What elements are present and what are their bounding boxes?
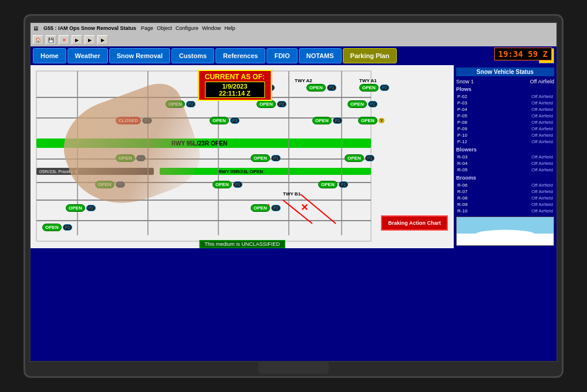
closed-badge: CLOSED [116,117,141,124]
p3-badge: P3 [230,117,240,124]
open-badge: OPEN [348,100,367,108]
open-badge: OPEN [95,181,114,188]
menu-help[interactable]: Help [224,25,235,31]
y-badge: Y [379,118,385,123]
menu-object[interactable]: Object [157,25,172,31]
nav-customs[interactable]: Customs [171,48,214,63]
status-node-y: OPEN Y [358,117,384,124]
nav-home[interactable]: Home [33,48,66,63]
toolbar-btn-home[interactable]: 🏠 [33,35,43,45]
blowers-header: Blowers [456,147,554,153]
toolbar-btn-save[interactable]: 💾 [46,35,56,45]
p2-badge: P2 [277,101,287,107]
blowers-section: Blowers R-03 Off Airfield R-04 Off Airfi… [456,147,554,173]
p2-badge: P2 [271,205,281,211]
open-badge: OPEN [345,154,364,162]
p1-badge: P1 [333,117,343,124]
p1-badge: P1 [233,181,243,188]
status-node-9: OPEN P1 [251,154,281,162]
svg-text:RWY 95L/23R OPEN: RWY 95L/23R OPEN [171,140,227,147]
snow1-row: Snow 1 Off Airfield [456,79,554,85]
menu-configure[interactable]: Configure [176,25,198,31]
broom-r10: R-10 Off Airfield [456,208,554,214]
toolbar-btn-1[interactable]: ▶ [72,35,82,45]
nav-weather[interactable]: Weather [68,48,108,63]
p3-badge: P3 [136,155,146,161]
status-node-12: OPEN P1 [212,181,242,188]
broom-r06: R-06 Off Airfield [456,182,554,188]
svg-text:05R/23L Priority 3: 05R/23L Priority 3 [39,169,77,174]
status-node-7: OPEN P1 [312,117,342,124]
status-node-6: OPEN P3 [210,117,239,124]
monitor: 🖥 G55 : IAM Ops Snow Removal Status Page… [23,14,564,378]
p2-badge: P2 [86,205,96,211]
status-node-14: OPEN P2 [66,204,96,212]
plow-p05: P-05 Off Airfield [456,113,554,119]
broom-r09: R-09 Off Airfield [456,201,554,208]
status-node-8: OPEN P3 [116,154,146,162]
snow1-label: Snow 1 [456,79,474,85]
svg-text:✕: ✕ [301,202,308,212]
nav-snow-removal[interactable]: Snow Removal [109,48,170,63]
open-badge: OPEN [306,84,326,92]
svg-rect-8 [160,168,371,175]
plow-p02: P-02 Off Airfield [456,93,554,100]
status-node-15: OPEN P2 [251,204,281,212]
current-as-of-banner: CURRENT AS OF: 1/9/2023 22:11:14 Z [198,70,272,101]
p2-badge: P2 [63,224,73,231]
current-time: 22:11:14 Z [219,90,251,97]
toolbar-btn-2[interactable]: ▶ [85,35,95,45]
blower-r04: R-04 Off Airfield [456,160,554,167]
nav-references[interactable]: References [215,48,265,63]
status-node-16: OPEN P2 [42,224,72,231]
plow-p08: P-08 Off Airfield [456,119,554,126]
toolbar-btn-close[interactable]: ✕ [59,35,69,45]
menu-window[interactable]: Window [202,25,221,31]
app-icon: 🖥 [33,25,39,32]
open-badge: OPEN [251,154,270,162]
brooms-section: Brooms R-06 Off Airfield R-07 Off Airfie… [456,175,554,214]
open-badge: OPEN [210,117,229,124]
map-area: RWY 95L/23R OPEN 05R/23L Priority 3 RWY … [31,65,454,248]
open-badge: OPEN [66,204,85,212]
plow-p03: P-03 Off Airfield [456,100,554,106]
status-node-10: OPEN P1 [345,154,375,162]
time-display: 19:34 59 Z [494,48,552,60]
open-badge: OPEN [257,100,276,108]
plow-p04: P-04 Off Airfield [456,106,554,113]
p1-badge: P1 [365,155,375,161]
right-panel: Snow Vehicle Status Snow 1 Off Airfield … [454,65,556,248]
plow-p09: P-09 Off Airfield [456,126,554,132]
status-node-closed: CLOSED P3 [116,117,152,124]
brooms-header: Brooms [456,175,554,181]
svg-rect-23 [457,234,554,245]
nav-fdio[interactable]: FDIO [266,48,297,63]
p2-badge: P2 [368,101,378,107]
plows-header: Plows [456,86,554,92]
snow1-status: Off Airfield [530,79,554,85]
p1-badge: P1 [271,155,281,161]
current-datetime: 1/9/2023 22:11:14 Z [205,82,265,98]
screen: 🖥 G55 : IAM Ops Snow Removal Status Page… [29,22,558,362]
menu-bar[interactable]: Page Object Configure Window Help [141,25,235,31]
p1-badge: P1 [339,181,349,188]
nav-bar: Home Weather Snow Removal Customs Refere… [31,46,556,65]
blower-r05: R-05 Off Airfield [456,167,554,173]
nav-parking-plan[interactable]: Parking Plan [343,48,397,63]
status-node-11: OPEN P2 [95,181,125,188]
open-badge: OPEN [358,117,377,124]
open-badge: OPEN [116,154,135,162]
status-node-5: OPEN P2 [257,100,286,108]
nav-notams[interactable]: NOTAMS [299,48,342,63]
status-node-5b: OPEN P2 [348,100,377,108]
p1-badge: P1 [327,85,337,91]
braking-action-chart-button[interactable]: Braking Action Chart [381,215,448,231]
p3-badge: P3 [142,117,152,124]
open-badge: OPEN [166,100,185,108]
monitor-stand [258,362,329,374]
menu-page[interactable]: Page [141,25,153,31]
toolbar-btn-3[interactable]: ▶ [97,35,108,45]
open-badge: OPEN [251,204,270,212]
broom-r08: R-08 Off Airfield [456,195,554,201]
window-title: G55 : IAM Ops Snow Removal Status [43,25,136,31]
